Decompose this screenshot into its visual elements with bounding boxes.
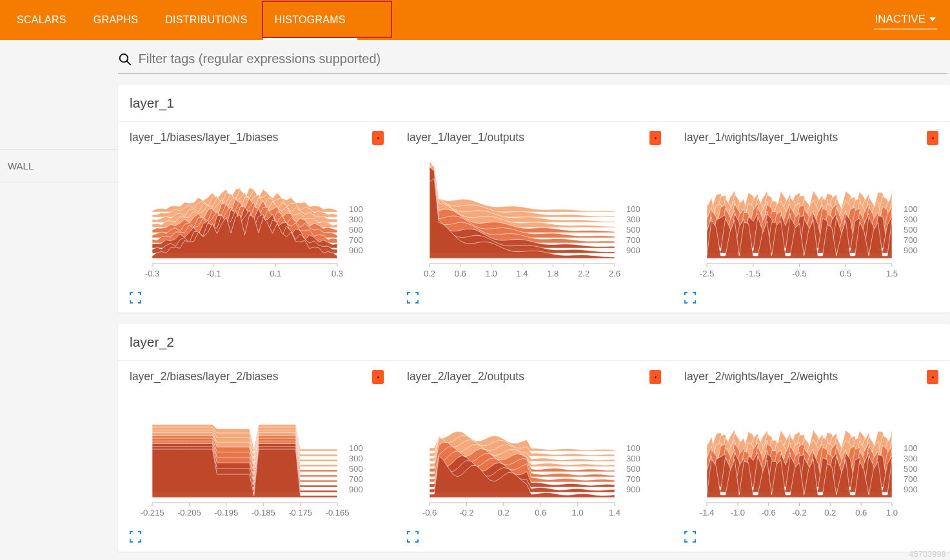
svg-text:700: 700 — [626, 474, 640, 484]
histogram-card: layer_2/layer_2/outputs100300500700900-0… — [407, 370, 661, 545]
histogram-card: layer_2/wights/layer_2/weights1003005007… — [684, 370, 938, 545]
expand-icon[interactable] — [684, 531, 696, 543]
watermark: 45703999 — [909, 550, 946, 559]
svg-text:100: 100 — [349, 204, 363, 214]
card-badge-button[interactable] — [927, 370, 938, 384]
svg-text:500: 500 — [904, 225, 918, 235]
svg-text:300: 300 — [626, 215, 640, 224]
chevron-down-icon — [929, 16, 936, 23]
svg-text:300: 300 — [349, 215, 363, 224]
svg-text:300: 300 — [349, 454, 363, 463]
svg-text:900: 900 — [904, 246, 918, 255]
inactive-dropdown[interactable]: INACTIVE — [874, 10, 937, 30]
expand-icon[interactable] — [407, 531, 419, 543]
svg-text:2.6: 2.6 — [609, 269, 620, 278]
svg-text:1.4: 1.4 — [609, 508, 620, 517]
group-layer_1: layer_1layer_1/biases/layer_1/biases1003… — [118, 85, 950, 313]
histogram-card: layer_1/wights/layer_1/weights1003005007… — [684, 131, 938, 306]
svg-text:900: 900 — [349, 485, 363, 494]
tab-list: SCALARSGRAPHSDISTRIBUTIONSHISTOGRAMS — [13, 0, 350, 40]
inactive-dropdown-label: INACTIVE — [875, 13, 925, 26]
svg-text:300: 300 — [626, 454, 640, 463]
expand-icon[interactable] — [684, 292, 696, 304]
cards-row: layer_1/biases/layer_1/biases10030050070… — [118, 122, 950, 313]
card-badge-button[interactable] — [372, 370, 384, 384]
svg-text:100: 100 — [349, 443, 363, 453]
svg-text:-0.185: -0.185 — [252, 508, 275, 517]
tab-distributions[interactable]: DISTRIBUTIONS — [161, 0, 251, 40]
svg-text:0.6: 0.6 — [455, 269, 466, 278]
svg-point-0 — [120, 53, 128, 62]
svg-text:0.3: 0.3 — [332, 269, 343, 278]
filter-bar — [118, 49, 947, 73]
svg-text:1.4: 1.4 — [516, 269, 528, 278]
svg-text:300: 300 — [904, 454, 918, 463]
histogram-plot: 1003005007009000.20.61.01.41.82.22.6 — [407, 149, 661, 288]
histogram-card: layer_2/biases/layer_2/biases10030050070… — [130, 370, 384, 545]
svg-text:500: 500 — [626, 225, 640, 235]
card-title: layer_1/biases/layer_1/biases — [130, 131, 279, 144]
svg-text:900: 900 — [626, 246, 640, 255]
expand-icon[interactable] — [130, 531, 141, 543]
filter-input[interactable] — [138, 52, 947, 66]
card-badge-button[interactable] — [927, 131, 938, 145]
svg-text:-0.5: -0.5 — [792, 269, 806, 278]
svg-text:-0.215: -0.215 — [141, 508, 164, 517]
svg-text:300: 300 — [904, 215, 918, 224]
svg-text:500: 500 — [904, 464, 918, 474]
svg-text:1.5: 1.5 — [886, 269, 898, 278]
svg-text:-0.2: -0.2 — [792, 508, 806, 517]
histogram-plot: 100300500700900-0.3-0.10.10.3 — [130, 149, 384, 288]
svg-text:900: 900 — [626, 485, 640, 494]
svg-text:0.2: 0.2 — [498, 508, 510, 517]
main-panel: layer_1layer_1/biases/layer_1/biases1003… — [118, 40, 950, 560]
card-title: layer_2/layer_2/outputs — [407, 370, 524, 383]
svg-text:700: 700 — [626, 235, 640, 245]
tab-scalars[interactable]: SCALARS — [13, 0, 70, 40]
svg-text:-0.1: -0.1 — [206, 269, 221, 278]
svg-text:0.2: 0.2 — [824, 508, 836, 517]
svg-text:0.2: 0.2 — [424, 269, 435, 278]
card-badge-button[interactable] — [649, 131, 661, 145]
group-header[interactable]: layer_1 — [118, 85, 950, 122]
svg-text:100: 100 — [904, 204, 918, 214]
expand-icon[interactable] — [130, 292, 141, 304]
card-title: layer_2/biases/layer_2/biases — [130, 370, 279, 383]
card-title: layer_1/layer_1/outputs — [407, 131, 524, 144]
svg-text:-0.175: -0.175 — [288, 508, 312, 517]
group-header[interactable]: layer_2 — [118, 324, 950, 361]
card-badge-button[interactable] — [649, 370, 661, 384]
tab-histograms[interactable]: HISTOGRAMS — [271, 0, 350, 40]
svg-text:500: 500 — [349, 464, 363, 474]
svg-text:-2.5: -2.5 — [700, 269, 714, 278]
svg-text:-0.195: -0.195 — [214, 508, 238, 517]
svg-text:100: 100 — [626, 204, 640, 214]
sidebar-item-wall[interactable]: WALL — [0, 150, 118, 182]
svg-text:1.0: 1.0 — [572, 508, 584, 517]
svg-text:1.0: 1.0 — [886, 508, 898, 517]
svg-text:900: 900 — [904, 485, 918, 494]
svg-text:-0.2: -0.2 — [459, 508, 473, 517]
top-toolbar: SCALARSGRAPHSDISTRIBUTIONSHISTOGRAMS INA… — [0, 0, 950, 40]
tab-graphs[interactable]: GRAPHS — [90, 0, 142, 40]
svg-text:700: 700 — [904, 474, 918, 484]
svg-line-1 — [126, 61, 130, 64]
expand-icon[interactable] — [407, 292, 419, 304]
svg-text:-0.6: -0.6 — [761, 508, 775, 517]
svg-text:2.2: 2.2 — [578, 269, 589, 278]
svg-text:1.0: 1.0 — [486, 269, 497, 278]
svg-text:0.6: 0.6 — [855, 508, 867, 517]
svg-text:700: 700 — [349, 235, 363, 245]
svg-text:-1.4: -1.4 — [700, 508, 714, 517]
search-icon — [118, 52, 132, 66]
svg-text:-0.165: -0.165 — [326, 508, 350, 517]
svg-text:700: 700 — [349, 474, 363, 484]
svg-text:-1.0: -1.0 — [731, 508, 745, 517]
card-badge-button[interactable] — [372, 131, 384, 145]
cards-row: layer_2/biases/layer_2/biases10030050070… — [118, 361, 950, 552]
svg-text:-0.6: -0.6 — [422, 508, 437, 517]
svg-text:500: 500 — [626, 464, 640, 474]
svg-text:700: 700 — [904, 235, 918, 245]
histogram-plot: 100300500700900-0.6-0.20.20.61.01.4 — [407, 388, 661, 527]
svg-text:500: 500 — [349, 225, 363, 235]
